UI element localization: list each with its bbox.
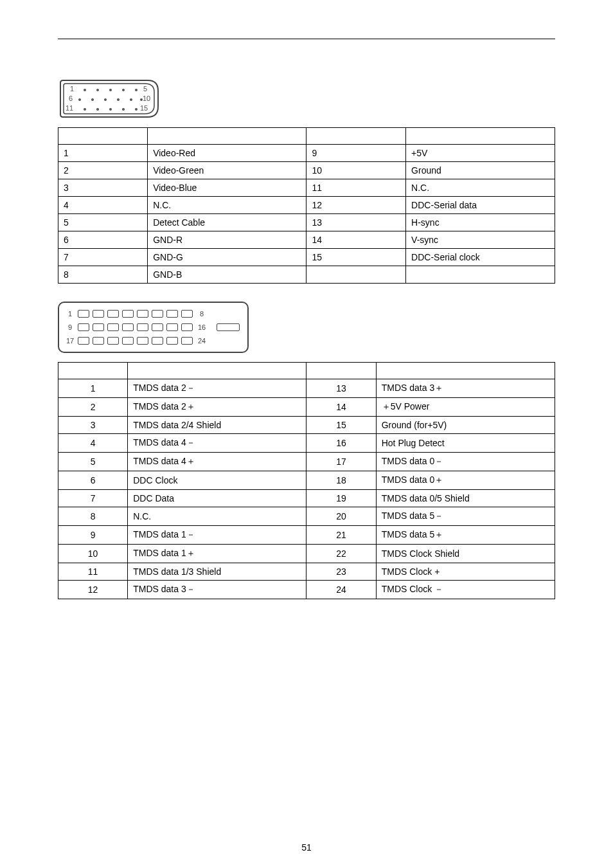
table-row: 8N.C.20TMDS data 5－ [58, 507, 555, 526]
table-row: 5Detect Cable13H-sync [58, 214, 555, 231]
table-header-cell [58, 128, 148, 145]
table-cell: TMDS Clock + [376, 563, 555, 581]
table-row: 6GND-R14V-sync [58, 231, 555, 249]
dvi-pin-grid: 1 8 9 16 17 24 [64, 308, 208, 347]
page: 1 5 6 10 11 15 1Video-Red9+5V2Video-Gree… [0, 0, 613, 868]
table-cell: TMDS data 5－ [376, 507, 555, 526]
dvi-pin-label: 16 [196, 323, 208, 331]
table-cell: N.C. [406, 179, 555, 197]
table-cell: DDC-Serial data [406, 197, 555, 214]
vga-pin-dot [122, 108, 125, 111]
table-cell: V-sync [406, 231, 555, 249]
dvi-pin-icon [122, 323, 134, 331]
table-row: 3TMDS data 2/4 Shield15Ground (for+5V) [58, 417, 555, 434]
table-row: 8GND-B [58, 266, 555, 284]
table-cell: 1 [58, 379, 128, 398]
table-cell: DDC-Serial clock [406, 249, 555, 266]
table-cell: 15 [306, 417, 376, 434]
table-cell: 20 [306, 507, 376, 526]
table-cell: GND-G [148, 249, 306, 266]
table-cell: TMDS data 4－ [128, 434, 306, 453]
table-cell: 9 [306, 145, 406, 162]
table-cell: 11 [58, 563, 128, 581]
table-header-cell [306, 128, 406, 145]
vga-pin-label: 6 [66, 95, 76, 102]
vga-pin-dot [91, 98, 94, 101]
vga-pin-dot [135, 108, 138, 111]
table-header-cell [148, 128, 306, 145]
vga-pin-label: 1 [67, 85, 77, 93]
table-cell: 23 [306, 563, 376, 581]
table-header-cell [306, 363, 376, 379]
vga-pin-dot [96, 89, 99, 91]
vga-pin-label: 5 [140, 85, 150, 93]
table-cell: 10 [306, 162, 406, 179]
vga-pinout-table: 1Video-Red9+5V2Video-Green10Ground3Video… [58, 127, 555, 284]
dvi-pin-icon [93, 337, 104, 345]
dvi-pin-icon [181, 310, 193, 318]
table-cell: Video-Green [148, 162, 306, 179]
table-cell: 16 [306, 434, 376, 453]
dvi-pin-icon [166, 337, 178, 345]
table-header-cell [58, 363, 128, 379]
dvi-pin-label: 17 [64, 337, 76, 345]
table-cell: ＋5V Power [376, 398, 555, 417]
table-cell: N.C. [128, 507, 306, 526]
vga-pin-dot [96, 108, 99, 111]
table-cell: 10 [58, 545, 128, 563]
table-cell [306, 266, 406, 284]
table-cell: +5V [406, 145, 555, 162]
vga-pin-dot [109, 108, 112, 111]
table-cell: Ground (for+5V) [376, 417, 555, 434]
dvi-pin-icon [166, 323, 178, 331]
table-cell: TMDS data 1＋ [128, 545, 306, 563]
table-cell: 6 [58, 471, 128, 490]
table-cell: TMDS data 2－ [128, 379, 306, 398]
dvi-pin-icon [93, 323, 104, 331]
table-row: 9TMDS data 1－21TMDS data 5＋ [58, 526, 555, 545]
dvi-pin-label: 24 [196, 337, 208, 345]
dvi-pin-icon [137, 310, 148, 318]
table-cell: Video-Blue [148, 179, 306, 197]
dvi-pinout-table: 1TMDS data 2－13TMDS data 3＋2TMDS data 2＋… [58, 362, 555, 599]
table-cell: 13 [306, 379, 376, 398]
dvi-pin-label: 1 [64, 310, 76, 318]
top-rule [58, 39, 555, 39]
dvi-pin-icon [78, 310, 89, 318]
table-cell: Ground [406, 162, 555, 179]
table-row: 2TMDS data 2＋14＋5V Power [58, 398, 555, 417]
table-cell: Video-Red [148, 145, 306, 162]
table-cell: 5 [58, 453, 128, 471]
table-cell: 19 [306, 490, 376, 507]
table-cell: 18 [306, 471, 376, 490]
dvi-connector-diagram: 1 8 9 16 17 24 [58, 302, 555, 353]
table-cell: TMDS data 3－ [128, 581, 306, 599]
table-cell: 5 [58, 214, 148, 231]
table-cell: 9 [58, 526, 128, 545]
dvi-pin-icon [137, 337, 148, 345]
table-cell: TMDS Clock － [376, 581, 555, 599]
dvi-pin-icon [152, 337, 163, 345]
table-cell: 3 [58, 179, 148, 197]
table-header-cell [406, 128, 555, 145]
dvi-pin-icon [78, 323, 89, 331]
table-cell: TMDS data 0＋ [376, 471, 555, 490]
dvi-pin-icon [107, 310, 119, 318]
table-cell: TMDS data 2＋ [128, 398, 306, 417]
table-cell: GND-B [148, 266, 306, 284]
table-cell: 6 [58, 231, 148, 249]
dvi-pin-icon [137, 323, 148, 331]
dvi-pin-label: 9 [64, 323, 76, 331]
table-cell: TMDS Clock Shield [376, 545, 555, 563]
table-cell: 3 [58, 417, 128, 434]
table-row: 10TMDS data 1＋22TMDS Clock Shield [58, 545, 555, 563]
dvi-pin-icon [181, 337, 193, 345]
table-cell: 8 [58, 266, 148, 284]
dvi-connector-shell: 1 8 9 16 17 24 [58, 302, 249, 353]
table-cell: TMDS data 1/3 Shield [128, 563, 306, 581]
dvi-pin-icon [107, 337, 119, 345]
dvi-pin-icon [152, 323, 163, 331]
table-row: 2Video-Green10Ground [58, 162, 555, 179]
page-number: 51 [0, 842, 613, 853]
vga-pin-dot [104, 98, 107, 101]
